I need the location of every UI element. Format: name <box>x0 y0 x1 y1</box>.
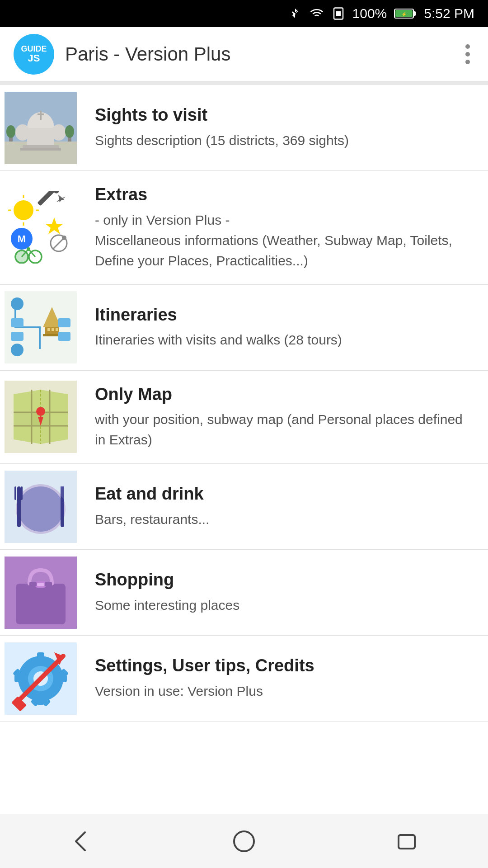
itineraries-content: Itineraries Itineraries with visits and … <box>81 285 488 370</box>
sights-title: Sights to visit <box>95 105 474 126</box>
menu-item-itineraries[interactable]: Itineraries Itineraries with visits and … <box>0 285 488 371</box>
extras-content: Extras - only in Version Plus -Miscellan… <box>81 171 488 284</box>
itineraries-desc: Itineraries with visits and walks (28 to… <box>95 330 474 350</box>
svg-rect-75 <box>17 486 21 527</box>
svg-rect-16 <box>20 148 61 151</box>
svg-rect-14 <box>38 113 44 115</box>
thumb-sights <box>0 85 81 170</box>
status-icons: 100% ⚡ 5:52 PM <box>288 6 474 21</box>
svg-point-48 <box>11 344 23 356</box>
shopping-content: Shopping Some interesting places <box>81 550 488 635</box>
svg-rect-83 <box>37 583 44 586</box>
only-map-title: Only Map <box>95 384 474 405</box>
svg-rect-57 <box>58 318 70 327</box>
more-dot-1 <box>465 44 470 49</box>
logo-js-text: JS <box>28 53 40 63</box>
settings-image <box>5 642 77 715</box>
extras-desc: - only in Version Plus -Miscellaneous in… <box>95 210 474 271</box>
only-map-desc: with your position, subway map (and Pers… <box>95 409 474 450</box>
wifi-icon <box>309 7 324 20</box>
menu-list: Sights to visit Sights description (15 d… <box>0 85 488 814</box>
svg-text:⚡: ⚡ <box>401 11 407 17</box>
extras-title: Extras <box>95 184 474 205</box>
recents-button[interactable] <box>384 826 429 857</box>
svg-rect-56 <box>11 318 23 327</box>
svg-point-44 <box>11 297 23 310</box>
svg-point-11 <box>15 124 30 141</box>
eat-drink-image <box>5 471 77 543</box>
shopping-image <box>5 557 77 629</box>
app-bar: GUIDE JS Paris - Version Plus <box>0 27 488 81</box>
status-time: 5:52 PM <box>424 6 474 21</box>
menu-item-eat-drink[interactable]: Eat and drink Bars, restaurants... <box>0 464 488 550</box>
status-bar: 100% ⚡ 5:52 PM <box>0 0 488 27</box>
thumb-settings <box>0 636 81 721</box>
thumb-itineraries <box>0 285 81 370</box>
more-dot-2 <box>465 52 470 57</box>
settings-content: Settings, User tips, Credits Version in … <box>81 636 488 721</box>
svg-point-12 <box>52 124 66 141</box>
back-icon <box>69 829 94 854</box>
sights-content: Sights to visit Sights description (15 d… <box>81 85 488 170</box>
thumb-eat-drink <box>0 464 81 549</box>
extras-image: M <box>5 191 77 264</box>
sim-icon <box>332 7 345 20</box>
bluetooth-icon <box>288 7 302 20</box>
svg-rect-10 <box>27 128 54 146</box>
section-divider <box>0 81 488 85</box>
svg-point-20 <box>65 125 74 138</box>
svg-rect-54 <box>52 328 54 331</box>
sights-desc: Sights description (15 districts, 369 si… <box>95 130 474 151</box>
menu-item-sights[interactable]: Sights to visit Sights description (15 d… <box>0 85 488 171</box>
svg-point-69 <box>36 407 45 416</box>
thumb-only-map <box>0 371 81 464</box>
menu-item-only-map[interactable]: Only Map with your position, subway map … <box>0 371 488 464</box>
settings-title: Settings, User tips, Credits <box>95 656 474 676</box>
svg-point-22 <box>14 200 33 220</box>
itineraries-title: Itineraries <box>95 305 474 326</box>
home-icon <box>231 829 257 854</box>
svg-rect-102 <box>399 835 415 849</box>
svg-rect-68 <box>14 413 31 425</box>
menu-item-extras[interactable]: M <box>0 171 488 285</box>
thumb-extras: M <box>0 171 81 284</box>
svg-rect-2 <box>336 11 341 16</box>
itineraries-image <box>5 291 77 363</box>
app-title: Paris - Version Plus <box>65 43 450 65</box>
svg-rect-84 <box>29 582 37 586</box>
more-options-button[interactable] <box>461 40 474 69</box>
svg-rect-53 <box>47 328 50 331</box>
home-button[interactable] <box>221 826 267 857</box>
bottom-navigation <box>0 814 488 868</box>
recents-icon <box>394 829 419 854</box>
eat-drink-desc: Bars, restaurants... <box>95 509 474 529</box>
eat-drink-title: Eat and drink <box>95 484 474 505</box>
map-image <box>5 381 77 453</box>
app-logo: GUIDE JS <box>14 34 54 75</box>
eat-drink-content: Eat and drink Bars, restaurants... <box>81 464 488 549</box>
thumb-shopping <box>0 550 81 635</box>
svg-rect-15 <box>23 145 59 148</box>
svg-point-39 <box>62 236 66 240</box>
svg-rect-58 <box>11 332 23 341</box>
svg-rect-81 <box>16 584 66 624</box>
only-map-content: Only Map with your position, subway map … <box>81 371 488 464</box>
shopping-desc: Some interesting places <box>95 595 474 615</box>
menu-item-shopping[interactable]: Shopping Some interesting places <box>0 550 488 636</box>
svg-point-18 <box>6 125 15 138</box>
svg-point-101 <box>234 831 254 851</box>
svg-text:M: M <box>18 233 26 245</box>
back-button[interactable] <box>59 826 104 857</box>
svg-point-36 <box>27 247 30 251</box>
sights-image <box>5 92 77 164</box>
svg-rect-59 <box>58 332 70 341</box>
more-dot-3 <box>465 60 470 64</box>
svg-rect-76 <box>14 486 16 500</box>
svg-rect-88 <box>37 652 44 661</box>
svg-rect-85 <box>45 582 52 586</box>
menu-item-settings[interactable]: Settings, User tips, Credits Version in … <box>0 636 488 722</box>
svg-rect-4 <box>413 11 416 16</box>
svg-rect-55 <box>56 328 58 331</box>
svg-point-74 <box>18 486 63 532</box>
svg-rect-77 <box>21 486 23 500</box>
